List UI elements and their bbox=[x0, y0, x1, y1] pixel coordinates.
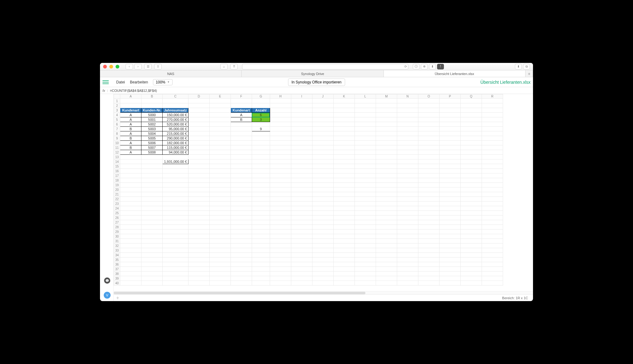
cell[interactable] bbox=[209, 234, 231, 239]
cell[interactable] bbox=[141, 243, 163, 248]
cell[interactable] bbox=[355, 113, 376, 117]
cell[interactable] bbox=[270, 229, 291, 234]
cell[interactable]: 182,000.00 € bbox=[163, 141, 188, 145]
cell[interactable] bbox=[333, 136, 355, 141]
cell[interactable]: 6 bbox=[252, 113, 270, 117]
col-header[interactable]: C bbox=[163, 94, 188, 99]
cell[interactable] bbox=[460, 267, 482, 272]
cell[interactable] bbox=[209, 103, 231, 108]
cell[interactable] bbox=[333, 211, 355, 215]
cell[interactable] bbox=[355, 141, 376, 145]
cell[interactable] bbox=[252, 122, 270, 127]
cell[interactable] bbox=[418, 113, 439, 117]
forward-button[interactable]: › bbox=[134, 64, 142, 69]
cell[interactable] bbox=[397, 253, 418, 258]
cell[interactable]: 115,000.00 € bbox=[163, 145, 188, 150]
cell[interactable] bbox=[460, 159, 482, 164]
cell[interactable] bbox=[418, 169, 439, 173]
cell[interactable] bbox=[163, 178, 188, 183]
cell[interactable] bbox=[312, 178, 333, 183]
cell[interactable] bbox=[333, 276, 355, 281]
cell[interactable] bbox=[355, 253, 376, 258]
cell[interactable] bbox=[291, 113, 312, 117]
cell[interactable] bbox=[188, 183, 209, 187]
cell[interactable] bbox=[141, 253, 163, 258]
cell[interactable] bbox=[376, 103, 397, 108]
cell[interactable] bbox=[163, 197, 188, 201]
cell[interactable] bbox=[312, 215, 333, 220]
cell[interactable] bbox=[439, 225, 460, 229]
cell[interactable] bbox=[209, 164, 231, 169]
cell[interactable] bbox=[291, 164, 312, 169]
cell[interactable] bbox=[231, 211, 252, 215]
cell[interactable] bbox=[270, 159, 291, 164]
cell[interactable] bbox=[141, 159, 163, 164]
cell[interactable] bbox=[163, 103, 188, 108]
cell[interactable] bbox=[120, 169, 141, 173]
cell[interactable] bbox=[252, 183, 270, 187]
cell[interactable] bbox=[439, 206, 460, 211]
cell[interactable] bbox=[291, 150, 312, 155]
cell[interactable] bbox=[231, 192, 252, 197]
cell[interactable] bbox=[376, 258, 397, 262]
cell[interactable] bbox=[333, 239, 355, 243]
cell[interactable] bbox=[418, 145, 439, 150]
cell[interactable] bbox=[209, 136, 231, 141]
cell[interactable] bbox=[482, 248, 503, 253]
row-header[interactable]: 1 bbox=[114, 99, 120, 103]
cell[interactable] bbox=[291, 178, 312, 183]
cell[interactable] bbox=[252, 131, 270, 136]
cell[interactable] bbox=[460, 201, 482, 206]
cell[interactable] bbox=[231, 141, 252, 145]
cell[interactable] bbox=[376, 220, 397, 225]
cell[interactable] bbox=[270, 150, 291, 155]
cell[interactable] bbox=[355, 192, 376, 197]
cell[interactable] bbox=[482, 234, 503, 239]
cell[interactable] bbox=[120, 206, 141, 211]
cell[interactable] bbox=[120, 220, 141, 225]
cell[interactable] bbox=[333, 281, 355, 286]
cell[interactable] bbox=[188, 136, 209, 141]
cell[interactable] bbox=[163, 155, 188, 159]
cell[interactable] bbox=[312, 103, 333, 108]
cell[interactable] bbox=[355, 155, 376, 159]
reload-icon[interactable]: ⟳ bbox=[404, 65, 407, 68]
cell[interactable] bbox=[270, 248, 291, 253]
cell[interactable] bbox=[270, 99, 291, 103]
cell[interactable] bbox=[312, 136, 333, 141]
cell[interactable]: A bbox=[231, 113, 252, 117]
cell[interactable] bbox=[397, 281, 418, 286]
row-header[interactable]: 16 bbox=[114, 169, 120, 173]
cell[interactable] bbox=[418, 258, 439, 262]
cell[interactable] bbox=[209, 248, 231, 253]
cell[interactable] bbox=[291, 201, 312, 206]
cell[interactable] bbox=[312, 169, 333, 173]
cell[interactable] bbox=[252, 253, 270, 258]
row-header[interactable]: 28 bbox=[114, 225, 120, 229]
cell[interactable] bbox=[252, 225, 270, 229]
cell[interactable] bbox=[397, 145, 418, 150]
cell[interactable] bbox=[270, 243, 291, 248]
cell[interactable] bbox=[460, 243, 482, 248]
cell[interactable] bbox=[439, 150, 460, 155]
cell[interactable] bbox=[252, 136, 270, 141]
cell[interactable] bbox=[188, 99, 209, 103]
cell[interactable] bbox=[252, 103, 270, 108]
cell[interactable] bbox=[439, 117, 460, 122]
cell[interactable] bbox=[141, 234, 163, 239]
cell[interactable] bbox=[376, 206, 397, 211]
cell[interactable] bbox=[163, 211, 188, 215]
cell[interactable] bbox=[252, 234, 270, 239]
cell[interactable] bbox=[188, 281, 209, 286]
cell[interactable] bbox=[252, 215, 270, 220]
cell[interactable] bbox=[418, 215, 439, 220]
cell[interactable] bbox=[376, 192, 397, 197]
add-sheet-button[interactable]: + bbox=[116, 295, 119, 301]
cell[interactable] bbox=[270, 258, 291, 262]
cell[interactable] bbox=[270, 122, 291, 127]
cell[interactable] bbox=[439, 131, 460, 136]
row-header[interactable]: 9 bbox=[114, 136, 120, 141]
cell[interactable] bbox=[120, 262, 141, 267]
cell[interactable] bbox=[120, 253, 141, 258]
cell[interactable] bbox=[482, 258, 503, 262]
